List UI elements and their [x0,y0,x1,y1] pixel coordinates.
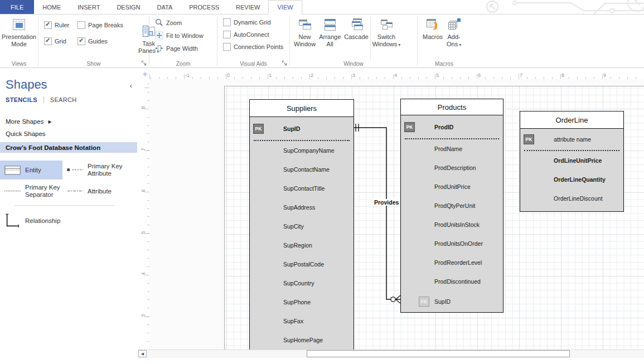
group-label-views: Views [0,61,38,67]
entity-header[interactable]: Suppliers [250,100,354,117]
entity-header[interactable]: OrderLine [520,111,623,129]
add-ons-button[interactable]: Add-Ons▾ [444,14,463,48]
checkbox-connection-points[interactable]: Connection Points [223,43,289,51]
attribute-row[interactable]: OrderLineQuantity [520,170,623,189]
attribute-row[interactable]: PKSupID [250,117,354,140]
entity-header[interactable]: Products [401,99,503,115]
attribute-label: SupRegion [283,242,312,249]
tab-search[interactable]: SEARCH [50,96,77,103]
attribute-row[interactable]: PKattribute name [520,129,623,150]
attribute-row[interactable]: SupFax [250,312,354,331]
attribute-row[interactable]: ProdDescription [401,158,503,177]
attribute-row[interactable]: SupAddress [250,198,354,217]
arrange-all-button[interactable]: ArrangeAll [317,14,342,62]
cascade-button[interactable]: Cascade [342,14,370,62]
attribute-row[interactable]: ProdUnitsInStock [401,215,503,234]
stencil-divider [14,205,115,206]
button-label: Ons▾ [447,41,461,48]
attribute-row[interactable]: OrderLineDiscount [520,189,623,208]
attribute-row[interactable]: ProdUnitPrice [401,177,503,196]
ruler-number: 8 [561,72,564,78]
attribute-row[interactable]: SupRegion [250,236,354,255]
attribute-row[interactable]: SupPostalCode [250,255,354,274]
switch-windows-icon [379,17,394,32]
checkbox-box[interactable] [223,18,231,26]
checkbox-grid[interactable]: Grid [44,37,78,45]
zoom-button[interactable]: Zoom [155,18,217,27]
dialog-launcher-icon[interactable] [282,60,288,66]
checkbox-ruler[interactable]: Ruler [44,21,78,29]
entity-products[interactable]: ProductsPKProdIDProdNameProdDescriptionP… [400,99,503,313]
tab-review[interactable]: REVIEW [227,0,268,14]
shape-attribute[interactable]: Attribute [62,182,137,201]
shape-relationship[interactable]: Relationship [0,210,62,231]
tab-insert[interactable]: INSERT [69,0,108,14]
collapse-panel-icon[interactable]: ‹ [130,81,132,90]
scrollbar-thumb[interactable] [307,350,570,357]
more-shapes-item[interactable]: More Shapes ▶ [6,118,52,125]
checkbox-autoconnect[interactable]: AutoConnect [223,31,289,38]
group-label-macros: Macros [418,61,471,67]
checkbox-box[interactable] [223,43,231,51]
shape-entity[interactable]: Entity [0,161,62,179]
tab-process[interactable]: PROCESS [181,0,227,14]
attribute-row[interactable]: SupCity [250,217,354,236]
primary-key-attribute-icon [66,167,84,173]
ruler-number: 8 [141,103,146,112]
tab-view[interactable]: VIEW [268,0,302,14]
checkbox-box[interactable] [44,21,52,29]
checkbox-page-breaks[interactable]: Page Breaks [78,21,134,29]
horizontal-ruler[interactable]: -10123456789 [149,72,644,80]
checkbox-guides[interactable]: Guides [78,37,134,45]
zero-circle [391,297,395,302]
stencil-title[interactable]: Crow’s Foot Database Notation [0,142,137,153]
attribute-icon [66,188,84,194]
tab-file[interactable]: FILE [0,0,34,14]
attribute-row[interactable]: SupContactTitle [250,179,354,198]
fit-to-window-button[interactable]: Fit to Window [155,31,217,40]
page-width-button[interactable]: Page Width [155,44,217,52]
vertical-ruler[interactable]: 876543 [138,79,150,350]
horizontal-scrollbar[interactable]: ◀ [138,350,644,358]
new-window-button[interactable]: NewWindow [292,14,317,62]
tab-home[interactable]: HOME [34,0,69,14]
tab-stencils[interactable]: STENCILS [6,96,37,103]
entity-orderline[interactable]: OrderLinePKattribute nameOrdLineUnitPric… [520,111,624,212]
scroll-left-button[interactable]: ◀ [138,350,147,357]
checkbox-box[interactable] [78,21,85,29]
attribute-row[interactable]: ProdQtyPerUnit [401,196,503,215]
drawing-viewport[interactable]: SuppliersPKSupIDSupCompanyNameSupContact… [149,79,644,350]
relationship-label[interactable]: Provides [373,199,400,206]
checkbox-box[interactable] [44,37,52,45]
switch-windows-button[interactable]: SwitchWindows▾ [371,14,403,62]
quick-shapes-item[interactable]: Quick Shapes [6,130,46,137]
attribute-label: ProdDiscontinued [434,278,481,285]
dialog-launcher-icon[interactable] [141,60,147,66]
attribute-row[interactable]: SupContactName [250,160,354,179]
shape-primary-key-separator[interactable]: Primary Key Separator [0,182,62,201]
attribute-row[interactable]: ProdDiscontinued [401,272,503,291]
attribute-row[interactable]: ProdReorderLevel [401,253,503,272]
checkbox-dynamic-grid[interactable]: Dynamic Grid [223,18,289,26]
tab-design[interactable]: DESIGN [108,0,148,14]
checkbox-box[interactable] [223,31,231,38]
presentation-mode-button[interactable]: PresentationMode [0,14,38,48]
shape-primary-key-attribute[interactable]: Primary Key Attribute [62,161,137,179]
attribute-row[interactable]: SupHomePage [250,331,354,350]
macros-button[interactable]: Macros [421,14,444,48]
attribute-row[interactable]: ProdName [401,139,503,158]
checkbox-box[interactable] [78,37,85,45]
ruler-number: 4 [394,72,397,78]
attribute-row[interactable]: FKSupID [401,291,503,312]
attribute-row[interactable]: PKProdID [401,115,503,138]
attribute-row[interactable]: OrdLineUnitPrice [520,151,623,170]
attribute-label: SupFax [283,318,303,324]
entity-suppliers[interactable]: SuppliersPKSupIDSupCompanyNameSupContact… [249,99,354,350]
attribute-row[interactable]: SupCompanyName [250,141,354,160]
attribute-row[interactable]: ProdUnitsOnOrder [401,234,503,253]
attribute-row[interactable]: SupCountry [250,274,354,293]
checkbox-label: AutoConnect [234,31,269,38]
attribute-row[interactable]: SupPhone [250,293,354,312]
shape-label: Primary Key Attribute [88,163,136,177]
tab-data[interactable]: DATA [149,0,181,14]
